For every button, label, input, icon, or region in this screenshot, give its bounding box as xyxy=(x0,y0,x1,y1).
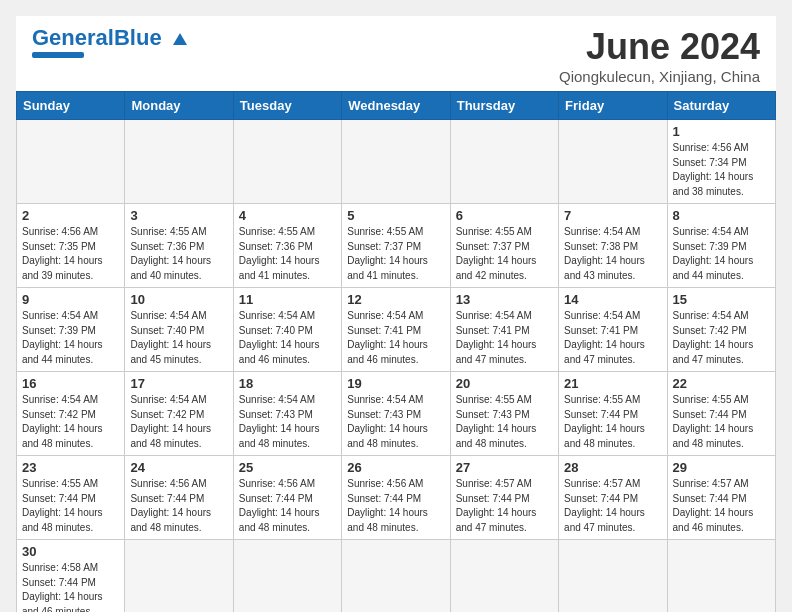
calendar-cell: 18Sunrise: 4:54 AM Sunset: 7:43 PM Dayli… xyxy=(233,372,341,456)
day-number: 5 xyxy=(347,208,444,223)
day-info: Sunrise: 4:56 AM Sunset: 7:44 PM Dayligh… xyxy=(239,477,336,535)
calendar-cell: 4Sunrise: 4:55 AM Sunset: 7:36 PM Daylig… xyxy=(233,204,341,288)
calendar-cell: 23Sunrise: 4:55 AM Sunset: 7:44 PM Dayli… xyxy=(17,456,125,540)
weekday-header-thursday: Thursday xyxy=(450,92,558,120)
day-info: Sunrise: 4:55 AM Sunset: 7:36 PM Dayligh… xyxy=(130,225,227,283)
day-info: Sunrise: 4:55 AM Sunset: 7:36 PM Dayligh… xyxy=(239,225,336,283)
calendar-cell: 5Sunrise: 4:55 AM Sunset: 7:37 PM Daylig… xyxy=(342,204,450,288)
calendar-week-row: 2Sunrise: 4:56 AM Sunset: 7:35 PM Daylig… xyxy=(17,204,776,288)
calendar-cell: 22Sunrise: 4:55 AM Sunset: 7:44 PM Dayli… xyxy=(667,372,775,456)
day-number: 7 xyxy=(564,208,661,223)
calendar-cell: 13Sunrise: 4:54 AM Sunset: 7:41 PM Dayli… xyxy=(450,288,558,372)
logo-bar xyxy=(32,52,84,58)
calendar-week-row: 9Sunrise: 4:54 AM Sunset: 7:39 PM Daylig… xyxy=(17,288,776,372)
calendar-cell: 24Sunrise: 4:56 AM Sunset: 7:44 PM Dayli… xyxy=(125,456,233,540)
day-info: Sunrise: 4:56 AM Sunset: 7:35 PM Dayligh… xyxy=(22,225,119,283)
day-number: 15 xyxy=(673,292,770,307)
calendar-cell: 19Sunrise: 4:54 AM Sunset: 7:43 PM Dayli… xyxy=(342,372,450,456)
calendar-cell: 6Sunrise: 4:55 AM Sunset: 7:37 PM Daylig… xyxy=(450,204,558,288)
weekday-header-wednesday: Wednesday xyxy=(342,92,450,120)
day-info: Sunrise: 4:56 AM Sunset: 7:44 PM Dayligh… xyxy=(130,477,227,535)
day-number: 4 xyxy=(239,208,336,223)
calendar-cell xyxy=(233,120,341,204)
calendar-week-row: 23Sunrise: 4:55 AM Sunset: 7:44 PM Dayli… xyxy=(17,456,776,540)
calendar-week-row: 30Sunrise: 4:58 AM Sunset: 7:44 PM Dayli… xyxy=(17,540,776,613)
weekday-header-monday: Monday xyxy=(125,92,233,120)
calendar-location: Qiongkulecun, Xinjiang, China xyxy=(559,68,760,85)
calendar-cell xyxy=(450,120,558,204)
calendar-cell: 15Sunrise: 4:54 AM Sunset: 7:42 PM Dayli… xyxy=(667,288,775,372)
logo-blue: Blue xyxy=(114,25,162,50)
day-number: 26 xyxy=(347,460,444,475)
calendar-cell xyxy=(17,120,125,204)
day-info: Sunrise: 4:55 AM Sunset: 7:37 PM Dayligh… xyxy=(347,225,444,283)
calendar-week-row: 16Sunrise: 4:54 AM Sunset: 7:42 PM Dayli… xyxy=(17,372,776,456)
day-info: Sunrise: 4:55 AM Sunset: 7:43 PM Dayligh… xyxy=(456,393,553,451)
day-info: Sunrise: 4:54 AM Sunset: 7:41 PM Dayligh… xyxy=(564,309,661,367)
calendar-cell xyxy=(667,540,775,613)
calendar-cell: 27Sunrise: 4:57 AM Sunset: 7:44 PM Dayli… xyxy=(450,456,558,540)
calendar-page: GeneralBlue June 2024 Qiongkulecun, Xinj… xyxy=(16,16,776,612)
day-number: 22 xyxy=(673,376,770,391)
day-number: 23 xyxy=(22,460,119,475)
weekday-header-row: SundayMondayTuesdayWednesdayThursdayFrid… xyxy=(17,92,776,120)
day-number: 19 xyxy=(347,376,444,391)
day-info: Sunrise: 4:54 AM Sunset: 7:43 PM Dayligh… xyxy=(347,393,444,451)
day-info: Sunrise: 4:55 AM Sunset: 7:44 PM Dayligh… xyxy=(22,477,119,535)
day-number: 10 xyxy=(130,292,227,307)
day-number: 20 xyxy=(456,376,553,391)
day-info: Sunrise: 4:54 AM Sunset: 7:40 PM Dayligh… xyxy=(130,309,227,367)
day-number: 24 xyxy=(130,460,227,475)
day-info: Sunrise: 4:55 AM Sunset: 7:44 PM Dayligh… xyxy=(564,393,661,451)
day-number: 8 xyxy=(673,208,770,223)
day-number: 9 xyxy=(22,292,119,307)
logo-area: GeneralBlue xyxy=(32,26,190,58)
day-number: 3 xyxy=(130,208,227,223)
calendar-cell: 28Sunrise: 4:57 AM Sunset: 7:44 PM Dayli… xyxy=(559,456,667,540)
day-info: Sunrise: 4:54 AM Sunset: 7:38 PM Dayligh… xyxy=(564,225,661,283)
day-number: 25 xyxy=(239,460,336,475)
day-number: 16 xyxy=(22,376,119,391)
calendar-cell: 16Sunrise: 4:54 AM Sunset: 7:42 PM Dayli… xyxy=(17,372,125,456)
calendar-header: GeneralBlue June 2024 Qiongkulecun, Xinj… xyxy=(16,16,776,91)
calendar-cell: 7Sunrise: 4:54 AM Sunset: 7:38 PM Daylig… xyxy=(559,204,667,288)
day-number: 1 xyxy=(673,124,770,139)
day-info: Sunrise: 4:54 AM Sunset: 7:39 PM Dayligh… xyxy=(673,225,770,283)
day-info: Sunrise: 4:54 AM Sunset: 7:42 PM Dayligh… xyxy=(22,393,119,451)
day-number: 21 xyxy=(564,376,661,391)
calendar-cell: 21Sunrise: 4:55 AM Sunset: 7:44 PM Dayli… xyxy=(559,372,667,456)
day-number: 29 xyxy=(673,460,770,475)
day-info: Sunrise: 4:58 AM Sunset: 7:44 PM Dayligh… xyxy=(22,561,119,612)
weekday-header-friday: Friday xyxy=(559,92,667,120)
svg-marker-0 xyxy=(173,33,187,45)
calendar-cell: 3Sunrise: 4:55 AM Sunset: 7:36 PM Daylig… xyxy=(125,204,233,288)
day-number: 18 xyxy=(239,376,336,391)
day-number: 2 xyxy=(22,208,119,223)
day-number: 11 xyxy=(239,292,336,307)
calendar-cell xyxy=(233,540,341,613)
calendar-cell: 14Sunrise: 4:54 AM Sunset: 7:41 PM Dayli… xyxy=(559,288,667,372)
calendar-cell: 30Sunrise: 4:58 AM Sunset: 7:44 PM Dayli… xyxy=(17,540,125,613)
day-number: 12 xyxy=(347,292,444,307)
weekday-header-sunday: Sunday xyxy=(17,92,125,120)
calendar-cell xyxy=(125,120,233,204)
calendar-cell: 12Sunrise: 4:54 AM Sunset: 7:41 PM Dayli… xyxy=(342,288,450,372)
day-info: Sunrise: 4:54 AM Sunset: 7:41 PM Dayligh… xyxy=(456,309,553,367)
day-info: Sunrise: 4:54 AM Sunset: 7:42 PM Dayligh… xyxy=(673,309,770,367)
calendar-cell: 8Sunrise: 4:54 AM Sunset: 7:39 PM Daylig… xyxy=(667,204,775,288)
calendar-table: SundayMondayTuesdayWednesdayThursdayFrid… xyxy=(16,91,776,612)
title-area: June 2024 Qiongkulecun, Xinjiang, China xyxy=(559,26,760,85)
calendar-cell xyxy=(450,540,558,613)
calendar-cell: 25Sunrise: 4:56 AM Sunset: 7:44 PM Dayli… xyxy=(233,456,341,540)
calendar-cell xyxy=(342,540,450,613)
calendar-title: June 2024 xyxy=(559,26,760,68)
calendar-cell xyxy=(559,120,667,204)
day-number: 13 xyxy=(456,292,553,307)
day-info: Sunrise: 4:54 AM Sunset: 7:42 PM Dayligh… xyxy=(130,393,227,451)
calendar-cell xyxy=(125,540,233,613)
weekday-header-tuesday: Tuesday xyxy=(233,92,341,120)
day-info: Sunrise: 4:56 AM Sunset: 7:44 PM Dayligh… xyxy=(347,477,444,535)
calendar-cell: 1Sunrise: 4:56 AM Sunset: 7:34 PM Daylig… xyxy=(667,120,775,204)
day-info: Sunrise: 4:54 AM Sunset: 7:39 PM Dayligh… xyxy=(22,309,119,367)
day-info: Sunrise: 4:55 AM Sunset: 7:37 PM Dayligh… xyxy=(456,225,553,283)
